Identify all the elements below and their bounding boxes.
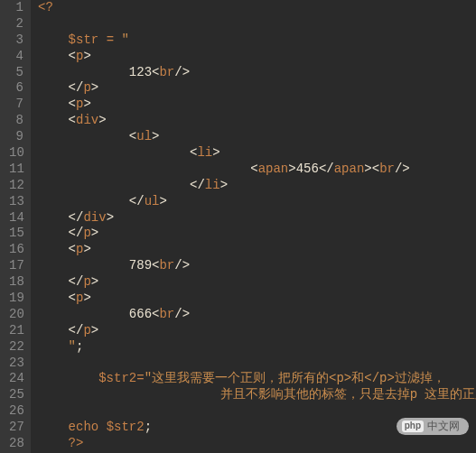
code-token: ; [76, 339, 83, 354]
line-number-gutter: 1234567891011121314151617181920212223242… [0, 0, 31, 453]
code-token: </ [319, 162, 334, 176]
code-line[interactable]: ?> [38, 436, 476, 452]
code-line[interactable]: <p> [38, 49, 476, 65]
code-token: > [364, 162, 371, 176]
code-token: <? [38, 0, 53, 14]
code-token: 并且不影响其他的标签，只是去掉p 这里的正则怎么写。" [220, 387, 476, 402]
line-number: 24 [9, 371, 23, 387]
code-token: > [220, 178, 228, 192]
code-line[interactable]: <div> [38, 113, 476, 129]
code-line[interactable]: </ul> [38, 194, 476, 210]
code-token: > [212, 145, 219, 160]
code-token: < [69, 242, 76, 256]
code-line[interactable]: $str2="这里我需要一个正则，把所有的<p>和</p>过滤掉， [38, 371, 476, 387]
code-token: > [83, 97, 90, 111]
code-line[interactable]: </p> [38, 226, 476, 242]
code-token: > [107, 210, 114, 225]
code-token: > [159, 194, 166, 208]
line-number: 17 [9, 258, 23, 274]
line-number: 7 [9, 97, 23, 113]
code-line[interactable]: $str = " [38, 32, 476, 49]
code-token: < [372, 162, 379, 176]
line-number: 4 [9, 49, 23, 65]
code-token: br [159, 258, 174, 273]
code-token: </ [190, 178, 205, 192]
watermark-logo: php [402, 421, 424, 432]
code-token: ?> [69, 436, 84, 450]
code-token: $str2 [98, 371, 136, 385]
code-token [98, 420, 106, 434]
code-token [98, 32, 106, 47]
code-line[interactable]: <? [38, 0, 476, 16]
code-token: </ [69, 226, 84, 240]
line-number: 10 [9, 145, 23, 162]
line-number: 28 [9, 436, 23, 452]
line-number: 1 [9, 0, 23, 16]
code-line[interactable]: 并且不影响其他的标签，只是去掉p 这里的正则怎么写。"; [38, 387, 476, 403]
code-token: > [91, 274, 98, 289]
line-number: 13 [9, 194, 23, 210]
code-line[interactable]: </p> [38, 323, 476, 339]
code-line[interactable] [38, 16, 476, 32]
code-token: 666 [129, 307, 152, 321]
code-token: li [197, 145, 212, 160]
line-number: 20 [9, 307, 23, 323]
line-number: 8 [9, 113, 23, 129]
code-line[interactable]: 666<br/> [38, 307, 476, 323]
code-line[interactable]: </li> [38, 178, 476, 194]
code-token: " [121, 32, 128, 47]
code-line[interactable]: <apan>456</apan><br/> [38, 162, 476, 178]
code-token: ul [136, 129, 152, 143]
code-line[interactable]: 123<br/> [38, 65, 476, 81]
line-number: 18 [9, 274, 23, 291]
code-token: p [83, 80, 90, 95]
code-editor[interactable]: 1234567891011121314151617181920212223242… [0, 0, 476, 453]
code-token: > [91, 80, 98, 95]
code-token: 789 [129, 258, 152, 273]
line-number: 9 [9, 129, 23, 145]
code-token: echo [69, 420, 99, 434]
code-token: > [98, 113, 106, 127]
code-token: apan [258, 162, 289, 176]
code-token: br [159, 65, 174, 79]
code-token: </ [129, 194, 145, 208]
code-token: </ [69, 274, 84, 289]
code-token: > [91, 226, 98, 240]
code-line[interactable]: <p> [38, 291, 476, 307]
line-number: 21 [9, 323, 23, 339]
code-line[interactable]: <p> [38, 242, 476, 258]
line-number: 2 [9, 16, 23, 32]
code-token: p [83, 274, 90, 289]
code-content[interactable]: <? $str = " <p> 123<br/> </p> <p> <div> … [31, 0, 476, 453]
code-token: < [69, 49, 76, 63]
line-number: 15 [9, 226, 23, 242]
code-line[interactable]: 789<br/> [38, 258, 476, 274]
code-token: li [205, 178, 220, 192]
code-token: > [83, 242, 90, 256]
code-token: 123 [129, 65, 152, 79]
code-token: /> [174, 307, 190, 321]
code-token: < [69, 291, 76, 305]
code-token: apan [334, 162, 365, 176]
watermark: php 中文网 [397, 418, 469, 435]
code-token: = [136, 371, 144, 385]
code-line[interactable]: <ul> [38, 129, 476, 145]
code-token: /> [174, 65, 190, 79]
code-line[interactable]: "; [38, 339, 476, 356]
code-token: </ [69, 210, 84, 225]
line-number: 6 [9, 80, 23, 97]
code-line[interactable]: </p> [38, 274, 476, 291]
code-line[interactable]: </p> [38, 80, 476, 97]
code-line[interactable]: <li> [38, 145, 476, 162]
code-token: = [107, 32, 114, 47]
line-number: 12 [9, 178, 23, 194]
code-line[interactable]: <p> [38, 97, 476, 113]
code-line[interactable] [38, 356, 476, 372]
code-line[interactable]: </div> [38, 210, 476, 226]
line-number: 3 [9, 32, 23, 49]
line-number: 16 [9, 242, 23, 258]
code-token: p [83, 323, 90, 337]
code-token: ul [145, 194, 160, 208]
line-number: 27 [9, 420, 23, 436]
line-number: 23 [9, 356, 23, 372]
